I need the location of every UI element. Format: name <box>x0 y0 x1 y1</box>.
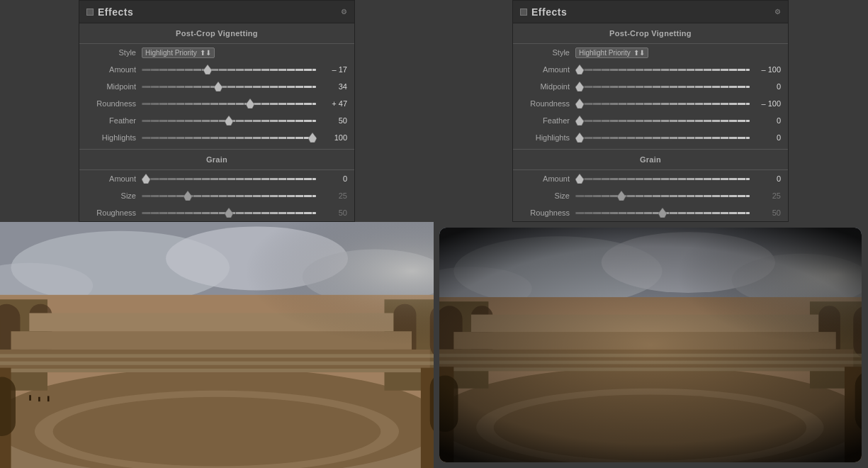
left-grain-roughness-slider[interactable] <box>142 208 316 218</box>
left-style-row: Style Highlight Priority ⬆⬇ <box>79 44 354 61</box>
right-style-select[interactable]: Highlight Priority ⬆⬇ <box>575 48 648 58</box>
left-grain-size-track <box>142 195 316 197</box>
right-highlights-track <box>575 137 750 139</box>
right-grain-amount-thumb[interactable] <box>575 174 584 184</box>
right-grain-header: Grain <box>513 150 788 167</box>
left-midpoint-label: Midpoint <box>86 82 136 91</box>
right-amount-thumb[interactable] <box>575 65 584 74</box>
right-grain-roughness-thumb[interactable] <box>658 208 667 218</box>
left-amount-slider[interactable] <box>142 65 316 74</box>
left-grain-roughness-thumb[interactable] <box>225 208 233 218</box>
left-grain-amount-row: Amount 0 <box>79 170 354 187</box>
right-minimize-icon[interactable] <box>520 9 527 16</box>
left-feather-thumb[interactable] <box>225 116 233 126</box>
left-highlights-thumb[interactable] <box>308 133 317 143</box>
right-grain-section: Grain Amount 0 Size <box>513 149 788 221</box>
right-feather-slider[interactable] <box>575 116 750 126</box>
left-midpoint-thumb[interactable] <box>214 82 222 91</box>
svg-marker-46 <box>575 116 584 126</box>
right-amount-label: Amount <box>520 65 570 74</box>
right-grain-size-value: 25 <box>754 191 781 200</box>
right-style-label: Style <box>520 48 570 57</box>
left-grain-size-value: 25 <box>320 191 347 200</box>
right-highlights-slider[interactable] <box>575 133 750 143</box>
left-grain-amount-label: Amount <box>86 174 136 183</box>
right-roundness-value: – 100 <box>754 99 781 108</box>
left-grain-header: Grain <box>79 150 354 167</box>
left-midpoint-value: 34 <box>320 82 347 91</box>
right-effects-panel: Effects ⚙ Post-Crop Vignetting Style Hig… <box>512 0 789 222</box>
left-grain-size-slider[interactable] <box>142 191 316 201</box>
left-midpoint-track <box>142 86 316 88</box>
right-highlights-thumb[interactable] <box>575 133 584 143</box>
left-grain-amount-value: 0 <box>320 174 347 183</box>
left-feather-slider[interactable] <box>142 116 316 126</box>
right-feather-row: Feather 0 <box>513 112 788 129</box>
left-amount-label: Amount <box>86 65 136 74</box>
right-amount-value: – 100 <box>754 65 781 74</box>
right-grain-amount-slider[interactable] <box>575 174 750 184</box>
svg-marker-50 <box>658 208 667 218</box>
right-feather-thumb[interactable] <box>575 116 584 126</box>
minimize-icon[interactable] <box>86 9 94 16</box>
left-grain-size-thumb[interactable] <box>184 191 192 201</box>
left-roundness-value: + 47 <box>320 99 347 108</box>
svg-marker-4 <box>308 133 317 143</box>
svg-marker-44 <box>575 82 584 91</box>
svg-marker-0 <box>203 65 212 74</box>
right-amount-track <box>575 69 750 71</box>
right-midpoint-thumb[interactable] <box>575 82 584 91</box>
svg-marker-47 <box>575 133 584 143</box>
right-grain-size-thumb[interactable] <box>617 191 626 201</box>
left-roundness-thumb[interactable] <box>246 99 254 108</box>
left-grain-amount-thumb[interactable] <box>142 174 150 184</box>
left-highlights-track <box>142 137 316 139</box>
left-roundness-row: Roundness + 47 <box>79 95 354 112</box>
left-style-arrow: ⬆⬇ <box>200 49 211 57</box>
svg-marker-7 <box>225 208 233 218</box>
right-roundness-slider[interactable] <box>575 99 750 108</box>
left-feather-value: 50 <box>320 116 347 125</box>
left-panel-header: Effects ⚙ <box>79 1 354 23</box>
left-grain-section: Grain Amount 0 Size <box>79 149 354 221</box>
right-roundness-thumb[interactable] <box>575 99 584 108</box>
right-roundness-label: Roundness <box>520 99 570 108</box>
left-amount-thumb[interactable] <box>203 65 212 74</box>
right-grain-size-row: Size 25 <box>513 187 788 204</box>
right-grain-amount-row: Amount 0 <box>513 170 788 187</box>
left-style-value: Highlight Priority <box>145 49 197 57</box>
left-amount-row: Amount – 17 <box>79 61 354 78</box>
left-grain-roughness-row: Roughness 50 <box>79 204 354 221</box>
left-highlights-row: Highlights 100 <box>79 129 354 146</box>
right-amount-slider[interactable] <box>575 65 750 74</box>
right-highlights-value: 0 <box>754 133 781 142</box>
right-roundness-row: Roundness – 100 <box>513 95 788 112</box>
left-amount-track <box>142 69 316 71</box>
right-grain-roughness-slider[interactable] <box>575 208 750 218</box>
left-panel-title: Effects <box>98 6 133 18</box>
left-highlights-label: Highlights <box>86 133 136 142</box>
right-grain-roughness-row: Roughness 50 <box>513 204 788 221</box>
svg-marker-3 <box>225 116 233 126</box>
svg-marker-6 <box>184 191 192 201</box>
svg-marker-2 <box>246 99 254 108</box>
left-feather-row: Feather 50 <box>79 112 354 129</box>
left-highlights-slider[interactable] <box>142 133 316 143</box>
right-midpoint-row: Midpoint 0 <box>513 78 788 95</box>
left-roundness-label: Roundness <box>86 99 136 108</box>
right-style-value: Highlight Priority <box>579 49 631 57</box>
right-style-row: Style Highlight Priority ⬆⬇ <box>513 44 788 61</box>
right-highlights-row: Highlights 0 <box>513 129 788 146</box>
right-style-arrow: ⬆⬇ <box>633 49 645 57</box>
svg-marker-5 <box>142 174 150 184</box>
right-midpoint-slider[interactable] <box>575 82 750 91</box>
left-grain-amount-slider[interactable] <box>142 174 316 184</box>
right-panel-options-icon[interactable]: ⚙ <box>774 8 781 16</box>
panel-options-icon[interactable]: ⚙ <box>341 8 347 16</box>
left-highlights-value: 100 <box>320 133 347 142</box>
right-grain-size-slider[interactable] <box>575 191 750 201</box>
left-midpoint-slider[interactable] <box>142 82 316 91</box>
left-style-select[interactable]: Highlight Priority ⬆⬇ <box>142 48 215 58</box>
right-grain-size-label: Size <box>520 191 570 200</box>
left-roundness-slider[interactable] <box>142 99 316 108</box>
